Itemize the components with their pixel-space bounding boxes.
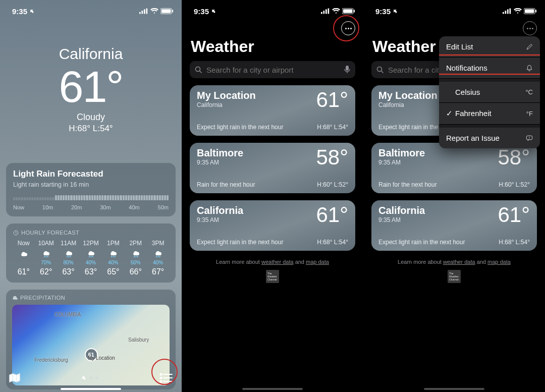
svg-rect-35 [328, 9, 330, 14]
svg-line-25 [159, 256, 160, 257]
report-icon [526, 135, 533, 142]
wifi-icon [332, 8, 340, 14]
footnote: Learn more about weather data and map da… [182, 259, 363, 265]
svg-rect-45 [510, 9, 511, 14]
pencil-icon [526, 43, 533, 50]
more-button[interactable] [523, 21, 537, 35]
svg-rect-47 [525, 9, 534, 13]
svg-line-23 [156, 256, 157, 257]
rain-labels: Now10m20m30m40m50m [13, 204, 169, 210]
hourly-col[interactable]: 3PM40%67° [147, 240, 169, 276]
svg-line-13 [70, 256, 71, 257]
weather-detail-pane: 9:35 California 61° Cloudy H:68° L:54° L… [0, 0, 182, 392]
svg-line-17 [112, 256, 112, 257]
svg-rect-34 [325, 9, 327, 14]
map-data-link[interactable]: map data [487, 259, 511, 265]
status-time: 9:35 [194, 7, 216, 16]
weather-list-menu-pane: 9:35 Weather My LocationCalifornia61°Exp… [363, 0, 545, 392]
city-card[interactable]: Baltimore9:35 AM58°Rain for the next hou… [371, 143, 537, 193]
svg-rect-33 [323, 11, 325, 14]
menu-fahrenheit[interactable]: ✓Fahrenheit°F [439, 103, 540, 125]
svg-rect-3 [146, 9, 148, 14]
highlight-box-notifications [439, 54, 540, 75]
map-data-link[interactable]: map data [306, 259, 329, 265]
hourly-head: HOURLY FORECAST [13, 230, 169, 236]
status-time: 9:35 [375, 7, 398, 16]
battery-icon [524, 8, 537, 14]
status-right [139, 8, 174, 14]
svg-rect-37 [343, 9, 353, 13]
menu-report-issue[interactable]: Report an Issue [439, 128, 540, 148]
hourly-col[interactable]: 2PM50%66° [125, 240, 146, 276]
mic-icon[interactable] [344, 66, 350, 74]
cellular-icon [321, 8, 330, 14]
hourly-col[interactable]: Now 61° [13, 240, 34, 276]
status-bar: 9:35 [182, 0, 363, 18]
page-dots[interactable] [81, 375, 98, 380]
precip-head: PRECIPITATION [12, 295, 170, 301]
home-indicator[interactable] [242, 388, 303, 390]
svg-line-15 [91, 256, 91, 257]
wifi-icon [150, 8, 158, 14]
wifi-icon [514, 8, 522, 14]
svg-line-18 [113, 256, 114, 257]
svg-point-49 [377, 67, 382, 71]
hourly-col[interactable]: 12PM40%63° [80, 240, 101, 276]
location-name: California [0, 45, 182, 63]
svg-line-20 [134, 256, 134, 257]
svg-line-50 [382, 71, 384, 73]
hourly-col[interactable]: 11AM80%63° [58, 240, 79, 276]
svg-line-24 [158, 256, 158, 257]
twc-logo: TheWeatherChannel [448, 270, 461, 283]
map-pin-sub: My Location [88, 355, 115, 361]
svg-line-8 [44, 256, 45, 257]
svg-line-22 [137, 256, 138, 257]
city-card[interactable]: My LocationCalifornia61°Expect light rai… [190, 85, 355, 136]
map-label-fred: Fredericksburg [34, 357, 68, 363]
svg-line-11 [67, 256, 67, 257]
city-card[interactable]: Baltimore9:35 AM58°Rain for the next hou… [190, 143, 355, 193]
hourly-card[interactable]: HOURLY FORECAST Now 61°10AM70%62°11AM80%… [6, 223, 176, 283]
map-icon[interactable] [9, 373, 20, 383]
rain-forecast-card[interactable]: Light Rain Forecasted Light rain startin… [6, 163, 176, 216]
search-input[interactable] [206, 66, 340, 74]
city-card[interactable]: California9:35 AM61°Expect light rain in… [190, 200, 355, 251]
status-time: 9:35 [12, 7, 34, 16]
battery-icon [160, 8, 174, 14]
svg-rect-42 [503, 12, 504, 14]
weather-data-link[interactable]: weather data [443, 259, 475, 265]
home-indicator[interactable] [61, 388, 121, 390]
rain-minute-bar [13, 197, 169, 200]
rain-title: Light Rain Forecasted [13, 169, 169, 179]
weather-list-pane: 9:35 Weather My LocationCalifornia61°Exp… [182, 0, 363, 392]
svg-line-12 [69, 256, 69, 257]
hourly-col[interactable]: 1PM40%65° [103, 240, 124, 276]
city-card[interactable]: California9:35 AM61°Expect light rain in… [371, 200, 537, 251]
battery-icon [342, 8, 355, 14]
map-label-sal: Salisbury [128, 337, 149, 343]
footnote: Learn more about weather data and map da… [363, 259, 545, 265]
weather-data-link[interactable]: weather data [261, 259, 294, 265]
search-field[interactable] [190, 61, 355, 78]
svg-line-16 [92, 256, 93, 257]
search-icon [195, 66, 202, 74]
high-low: H:68° L:54° [0, 124, 182, 134]
condition: Cloudy [0, 112, 182, 123]
svg-rect-6 [172, 10, 173, 13]
hourly-row[interactable]: Now 61°10AM70%62°11AM80%63°12PM40%63°1PM… [13, 240, 169, 276]
page-title: Weather [182, 35, 363, 61]
menu-celsius[interactable]: Celsius°C [439, 82, 540, 103]
svg-line-14 [89, 256, 90, 257]
svg-line-10 [47, 256, 48, 257]
svg-line-9 [46, 256, 46, 257]
status-bar: 9:35 [363, 0, 545, 18]
options-menu: Edit List Notifications Celsius°C ✓Fahre… [439, 36, 540, 148]
cellular-icon [139, 8, 148, 14]
svg-rect-38 [354, 10, 355, 13]
rain-sub: Light rain starting in 16 min [13, 181, 169, 188]
cellular-icon [503, 8, 512, 14]
svg-line-21 [136, 256, 136, 257]
map-label-columbia: COLUMBIA [54, 312, 81, 317]
hourly-col[interactable]: 10AM70%62° [35, 240, 57, 276]
home-indicator[interactable] [424, 388, 484, 390]
